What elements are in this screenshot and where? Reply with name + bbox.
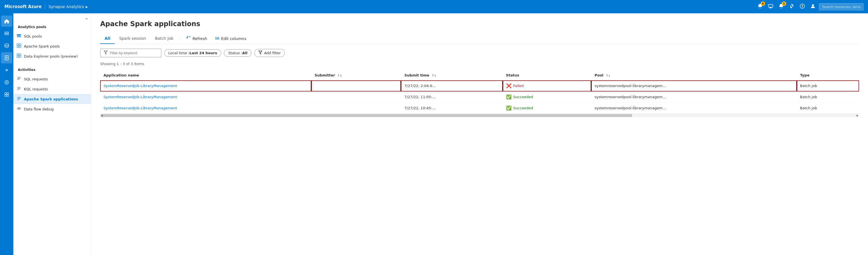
submit-time-cell: 7/27/22, 11:05:… bbox=[401, 92, 502, 103]
notifications-icon[interactable]: 4 bbox=[757, 3, 763, 10]
sidebar-item-sql-requests[interactable]: SQL requests bbox=[13, 74, 91, 84]
svg-point-14 bbox=[5, 81, 9, 84]
sidebar-item-kql-requests[interactable]: KQL requests bbox=[13, 84, 91, 94]
svg-rect-20 bbox=[17, 34, 21, 35]
svg-rect-21 bbox=[17, 36, 21, 36]
svg-rect-29 bbox=[17, 56, 19, 58]
tab-divider bbox=[180, 36, 180, 41]
keyword-filter-input[interactable] bbox=[110, 51, 158, 55]
add-filter-icon bbox=[258, 51, 262, 55]
kql-requests-icon bbox=[17, 86, 21, 92]
sql-requests-icon bbox=[17, 76, 21, 82]
status-cell: ❌Failed bbox=[503, 81, 591, 92]
svg-rect-23 bbox=[17, 44, 19, 45]
sidebar-item-data-explorer[interactable]: Data Explorer pools (preview) bbox=[13, 51, 91, 61]
col-pool[interactable]: Pool ↑↓ bbox=[591, 70, 797, 81]
col-type[interactable]: Type bbox=[797, 70, 859, 81]
sidebar-icon-tools[interactable] bbox=[1, 89, 12, 100]
scroll-thumb[interactable] bbox=[101, 114, 632, 117]
horizontal-scrollbar[interactable]: ◀ ▶ bbox=[100, 114, 859, 117]
status-filter-pill[interactable]: Status : All bbox=[224, 49, 251, 57]
scroll-right-arrow[interactable]: ▶ bbox=[856, 114, 859, 117]
svg-text:?: ? bbox=[802, 4, 803, 8]
results-count: Showing 1 - 3 of 3 items bbox=[100, 62, 859, 66]
status-succeeded-icon: ✅ bbox=[506, 94, 512, 100]
notifications-badge: 4 bbox=[761, 1, 765, 6]
scroll-left-arrow[interactable]: ◀ bbox=[100, 114, 103, 117]
app-name-link[interactable]: SystemReservedJob-LibraryManagement bbox=[103, 84, 177, 88]
keyword-filter[interactable] bbox=[100, 49, 161, 57]
table-row[interactable]: SystemReservedJob-LibraryManagement7/27/… bbox=[100, 92, 859, 103]
collapse-panel-button[interactable]: « bbox=[85, 15, 89, 22]
sidebar-item-data-flow-debug[interactable]: Data flow debug bbox=[13, 104, 91, 114]
data-flow-debug-icon bbox=[17, 106, 21, 112]
refresh-label: Refresh bbox=[192, 36, 207, 41]
help-icon[interactable]: ? bbox=[800, 3, 805, 10]
svg-point-5 bbox=[812, 4, 814, 6]
page-title: Apache Spark applications bbox=[100, 20, 859, 28]
applications-table: Application name Submitter ↑↓ Submit tim… bbox=[100, 70, 859, 114]
type-cell: Batch job bbox=[797, 81, 859, 92]
left-panel: « Analytics pools SQL pools Apache Spark… bbox=[13, 13, 91, 255]
sidebar-item-spark-pools-label: Apache Spark pools bbox=[24, 44, 60, 49]
submitter-cell bbox=[311, 92, 401, 103]
vm-icon[interactable] bbox=[768, 3, 773, 10]
tabs-bar: All Spark session Batch job Refresh Edit… bbox=[100, 33, 859, 44]
edit-columns-button[interactable]: Edit columns bbox=[211, 34, 250, 44]
data-explorer-icon bbox=[17, 53, 21, 59]
spark-applications-icon bbox=[17, 96, 21, 102]
alerts-icon[interactable]: 1 bbox=[778, 3, 784, 10]
submit-time-sort-icon: ↑↓ bbox=[432, 74, 436, 77]
sidebar-icon-database[interactable] bbox=[1, 40, 12, 51]
svg-rect-27 bbox=[17, 54, 19, 55]
submitter-cell bbox=[311, 103, 401, 114]
add-filter-button[interactable]: Add filter bbox=[254, 49, 285, 57]
sidebar-item-spark-applications-label: Apache Spark applications bbox=[24, 97, 78, 101]
refresh-icon bbox=[186, 36, 191, 41]
topnav-icons: 4 1 ? bbox=[757, 3, 816, 10]
sidebar-item-spark-pools[interactable]: Apache Spark pools bbox=[13, 41, 91, 51]
brand-name: Microsoft Azure bbox=[4, 4, 41, 9]
status-cell: ✅Succeeded bbox=[503, 103, 591, 114]
account-icon[interactable] bbox=[810, 3, 816, 10]
sidebar-item-spark-applications[interactable]: Apache Spark applications bbox=[13, 94, 91, 104]
svg-rect-19 bbox=[7, 95, 9, 96]
sidebar-item-sql-pools[interactable]: SQL pools bbox=[13, 31, 91, 41]
analytics-pools-section-title: Analytics pools bbox=[18, 25, 87, 29]
app-name-link[interactable]: SystemReservedJob-LibraryManagement bbox=[103, 95, 177, 99]
service-name[interactable]: Synapse Analytics ▶ bbox=[49, 4, 88, 9]
table-row[interactable]: SystemReservedJob-LibraryManagement7/27/… bbox=[100, 81, 859, 92]
table-row[interactable]: SystemReservedJob-LibraryManagement7/27/… bbox=[100, 103, 859, 114]
activities-section-title: Activities bbox=[18, 68, 87, 72]
svg-rect-30 bbox=[19, 56, 21, 58]
tab-batch-job[interactable]: Batch job bbox=[151, 33, 178, 44]
svg-rect-25 bbox=[17, 46, 19, 47]
col-submitter[interactable]: Submitter ↑↓ bbox=[311, 70, 401, 81]
sidebar-icon-storage[interactable] bbox=[1, 28, 12, 39]
col-status[interactable]: Status bbox=[503, 70, 591, 81]
tab-all[interactable]: All bbox=[100, 33, 115, 44]
service-chevron: ▶ bbox=[86, 5, 88, 8]
analytics-pools-section: Analytics pools bbox=[13, 22, 91, 31]
tab-spark-session[interactable]: Spark session bbox=[115, 33, 151, 44]
global-search-input[interactable] bbox=[819, 3, 864, 10]
filter-keyword-icon bbox=[104, 51, 108, 55]
svg-rect-0 bbox=[768, 4, 773, 7]
refresh-button[interactable]: Refresh bbox=[183, 34, 211, 44]
status-succeeded-label: Succeeded bbox=[513, 106, 533, 110]
svg-rect-6 bbox=[5, 32, 9, 33]
sidebar-icon-home[interactable] bbox=[1, 15, 12, 27]
sidebar-icon-pipeline[interactable] bbox=[1, 65, 12, 76]
sidebar-icon-monitor[interactable] bbox=[1, 77, 12, 88]
svg-rect-24 bbox=[19, 44, 21, 45]
col-submit-time[interactable]: Submit time ↑↓ bbox=[401, 70, 502, 81]
svg-point-15 bbox=[6, 82, 7, 83]
main-content: Apache Spark applications All Spark sess… bbox=[91, 13, 868, 255]
col-application-name[interactable]: Application name bbox=[100, 70, 311, 81]
top-navigation: Microsoft Azure Synapse Analytics ▶ 4 1 … bbox=[0, 0, 868, 13]
time-filter-pill[interactable]: Local time : Last 24 hours bbox=[164, 49, 221, 57]
sidebar-icon-document[interactable] bbox=[1, 52, 12, 63]
table-scroll-wrapper: Application name Submitter ↑↓ Submit tim… bbox=[100, 70, 859, 114]
settings-icon[interactable] bbox=[789, 3, 795, 10]
app-name-link[interactable]: SystemReservedJob-LibraryManagement bbox=[103, 106, 177, 110]
